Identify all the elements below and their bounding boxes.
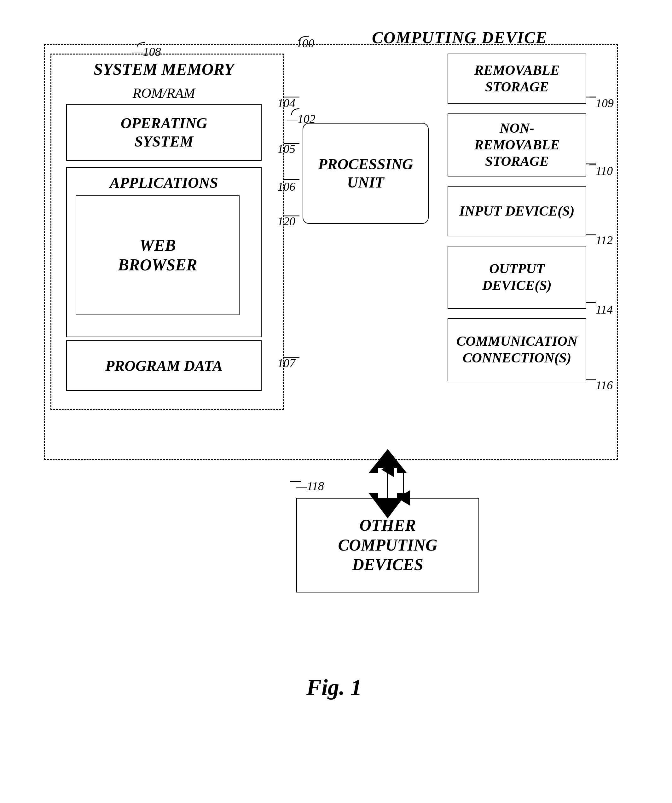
input-devices-label: INPUT DEVICE(S): [459, 203, 574, 219]
ref-105: 105: [277, 142, 295, 156]
other-devices-label: OTHERCOMPUTINGDEVICES: [338, 515, 438, 574]
processing-unit-box: PROCESSINGUNIT: [303, 123, 429, 224]
ref-109: 109: [596, 96, 614, 110]
removable-storage-label: REMOVABLESTORAGE: [474, 62, 560, 96]
communication-connections-label: COMMUNICATIONCONNECTION(S): [456, 333, 578, 367]
ref-116: 116: [596, 378, 613, 392]
non-removable-storage-box: NON-REMOVABLESTORAGE: [447, 114, 586, 177]
input-devices-box: INPUT DEVICE(S): [447, 186, 586, 236]
program-data-label: PROGRAM DATA: [105, 357, 223, 374]
ref-106: 106: [277, 180, 295, 193]
ref-107: 107: [277, 356, 295, 370]
applications-label: APPLICATIONS: [110, 174, 218, 191]
processing-unit-label: PROCESSINGUNIT: [318, 155, 413, 191]
output-devices-box: OUTPUTDEVICE(S): [447, 246, 586, 309]
fig-label: Fig. 1: [306, 675, 362, 701]
ref-118: —118: [296, 479, 324, 493]
ref-112: 112: [596, 233, 613, 247]
rom-ram-label: ROM/RAM: [63, 85, 265, 101]
ref-104: 104: [277, 96, 295, 110]
ref-110: 110: [596, 164, 613, 178]
ref-120: 120: [277, 214, 295, 228]
web-browser-label: WEBBROWSER: [118, 236, 197, 275]
system-memory-label: SYSTEM MEMORY: [63, 60, 265, 78]
removable-storage-box: REMOVABLESTORAGE: [447, 54, 586, 104]
non-removable-storage-label: NON-REMOVABLESTORAGE: [474, 120, 560, 170]
ref-114: 114: [596, 302, 613, 316]
right-column: REMOVABLESTORAGE NON-REMOVABLESTORAGE IN…: [447, 54, 586, 391]
other-devices-box: OTHERCOMPUTINGDEVICES: [296, 498, 479, 592]
operating-system-label: OPERATINGSYSTEM: [121, 114, 207, 150]
ref-102: —102: [287, 112, 316, 126]
output-devices-label: OUTPUTDEVICE(S): [482, 261, 552, 294]
operating-system-box: OPERATINGSYSTEM: [66, 104, 262, 161]
communication-connections-box: COMMUNICATIONCONNECTION(S): [447, 318, 586, 381]
web-browser-box: WEBBROWSER: [76, 195, 239, 315]
program-data-box: PROGRAM DATA: [66, 340, 262, 391]
